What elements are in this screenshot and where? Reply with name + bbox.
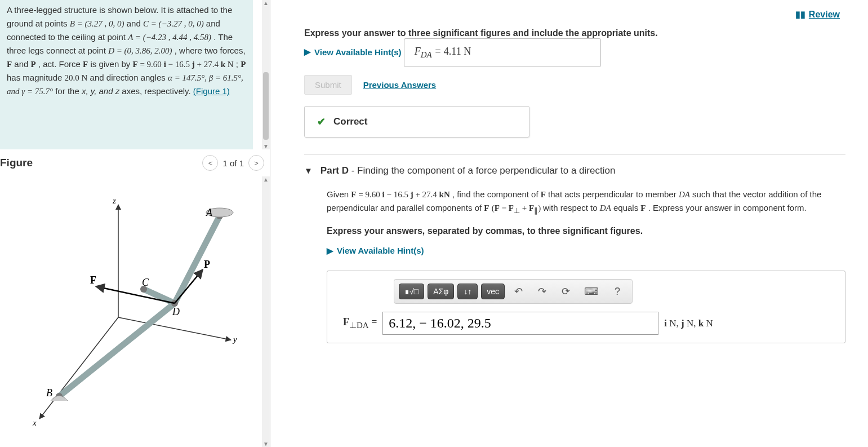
- problem-scroll: A three-legged structure is shown below.…: [0, 0, 270, 149]
- text: ;: [236, 59, 241, 69]
- scroll-down-icon[interactable]: ▼: [263, 143, 269, 149]
- f-eqn: F = 9.60 i − 16.5 j + 27.4 kN: [351, 190, 449, 199]
- txt: . Express your answer in component form.: [648, 203, 807, 213]
- text: and: [14, 59, 30, 69]
- figure-title: Figure: [0, 157, 33, 169]
- review-label: Review: [809, 10, 840, 20]
- right-panel: ▮▮ Review Express your answer to three s…: [270, 0, 868, 447]
- submit-button[interactable]: Submit: [304, 75, 352, 95]
- keyboard-button[interactable]: ⌨: [579, 282, 604, 300]
- da: DA: [679, 190, 690, 199]
- point-b: B = (3.27 , 0, 0): [70, 19, 124, 28]
- chevron-right-icon: ▶: [304, 47, 311, 57]
- hints-toggle[interactable]: ▶ View Available Hint(s): [327, 244, 424, 257]
- templates-button[interactable]: ∎√□: [399, 284, 424, 299]
- part-d-header[interactable]: ▼ Part D - Finding the component of a fo…: [304, 154, 845, 176]
- answer-row: F⊥DA = i N, j N, k N: [337, 312, 835, 335]
- part-d-body: Given F = 9.60 i − 16.5 j + 27.4 kN , fi…: [327, 188, 845, 344]
- scroll-up-icon[interactable]: ▲: [263, 0, 269, 6]
- subsup-button[interactable]: ↓↑: [457, 284, 478, 299]
- part-d-name: Part D: [321, 165, 349, 176]
- txt: Given: [327, 189, 351, 199]
- part-c-instruction: Express your answer to three significant…: [304, 28, 845, 38]
- answer-input[interactable]: [382, 312, 658, 335]
- svg-text:y: y: [232, 335, 237, 344]
- answer-label: FDA =: [415, 46, 444, 57]
- part-d-instruction: Express your answers, separated by comma…: [327, 224, 845, 238]
- part-c-section: Express your answer to three significant…: [304, 28, 845, 138]
- next-figure-button[interactable]: >: [248, 155, 264, 171]
- f: F: [541, 190, 546, 199]
- equation-toolbar: ∎√□ ΑΣφ ↓↑ vec ↶ ↷ ⟳ ⌨ ?: [394, 279, 633, 304]
- part-d-answer-panel: ∎√□ ΑΣφ ↓↑ vec ↶ ↷ ⟳ ⌨ ? F⊥DA = i N, j N…: [327, 271, 845, 343]
- svg-text:B: B: [46, 387, 52, 399]
- previous-answers-link[interactable]: Previous Answers: [363, 80, 437, 90]
- scroll-down-icon[interactable]: ▼: [263, 441, 269, 447]
- answer-units: i N, j N, k N: [664, 316, 713, 331]
- svg-text:A: A: [206, 207, 213, 218]
- figure-image: z y x: [0, 176, 262, 447]
- f: F: [640, 203, 646, 213]
- txt: equals: [613, 203, 640, 213]
- problem-description: A three-legged structure is shown below.…: [0, 0, 253, 149]
- figure-link[interactable]: (Figure 1): [193, 86, 230, 96]
- force-p: P: [31, 60, 36, 69]
- text: and direction angles: [90, 73, 168, 82]
- text: , where two forces,: [175, 46, 246, 55]
- part-c-answer-box: FDA = 4.11 N: [404, 38, 601, 67]
- txt: , find the component of: [452, 189, 541, 199]
- answer-value: 4.11 N: [444, 46, 471, 57]
- check-icon: ✔: [317, 116, 326, 128]
- figure-header: Figure < 1 of 1 >: [0, 149, 270, 176]
- page: A three-legged structure is shown below.…: [0, 0, 868, 447]
- scroll-up-icon[interactable]: ▲: [263, 176, 269, 183]
- text: for the: [55, 86, 82, 96]
- svg-text:P: P: [204, 259, 210, 270]
- scroll-thumb[interactable]: [263, 72, 269, 140]
- svg-text:z: z: [112, 196, 116, 205]
- hints-toggle[interactable]: ▶ View Available Hint(s): [304, 47, 402, 57]
- text: and: [127, 19, 143, 28]
- undo-button[interactable]: ↶: [508, 282, 528, 300]
- txt: that acts perpendicular to member: [548, 189, 679, 199]
- part-d-label: Part D - Finding the component of a forc…: [321, 165, 616, 176]
- answer-label: F⊥DA =: [343, 315, 377, 332]
- paren: (F = F⊥ + F∥): [492, 203, 543, 213]
- f: F: [484, 203, 489, 213]
- prev-figure-button[interactable]: <: [202, 155, 218, 171]
- point-c: C = (−3.27 , 0, 0): [143, 19, 204, 28]
- redo-button[interactable]: ↷: [532, 282, 552, 300]
- text: , act. Force: [38, 59, 83, 69]
- f-equation: F = 9.60 i − 16.5 j + 27.4 k N: [132, 60, 233, 69]
- point-d: D = (0, 3.86, 2.00): [108, 46, 172, 55]
- da: DA: [600, 203, 611, 213]
- svg-line-8: [59, 303, 175, 396]
- force-f: F: [83, 60, 88, 69]
- force-f: F: [7, 60, 12, 69]
- submit-row: Submit Previous Answers: [304, 75, 845, 95]
- figure-pager-label: 1 of 1: [222, 158, 244, 168]
- structure-diagram: z y x: [17, 193, 242, 430]
- reset-button[interactable]: ⟳: [555, 282, 576, 300]
- scrollbar[interactable]: ▲ ▼: [262, 0, 270, 149]
- figure-scrollbar[interactable]: ▲ ▼: [262, 176, 270, 447]
- left-panel: A three-legged structure is shown below.…: [0, 0, 270, 447]
- svg-text:x: x: [32, 418, 37, 427]
- vec-button[interactable]: vec: [481, 284, 505, 299]
- figure-pager: < 1 of 1 >: [202, 155, 264, 171]
- svg-text:F: F: [90, 275, 96, 286]
- help-button[interactable]: ?: [607, 283, 627, 300]
- review-link[interactable]: ▮▮ Review: [795, 9, 840, 20]
- point-a: A = (−4.23 , 4.44 , 4.58): [128, 33, 211, 42]
- chevron-right-icon: ▶: [327, 244, 333, 257]
- svg-line-7: [144, 289, 175, 303]
- text: has magnitude: [7, 73, 65, 82]
- svg-text:D: D: [172, 306, 180, 317]
- txt: with respect to: [543, 203, 600, 213]
- p-mag: 20.0 N: [65, 73, 88, 82]
- svg-line-6: [175, 216, 220, 303]
- greek-button[interactable]: ΑΣφ: [428, 284, 454, 299]
- svg-line-4: [39, 317, 118, 419]
- correct-feedback: ✔ Correct: [304, 106, 529, 138]
- book-icon: ▮▮: [795, 9, 805, 20]
